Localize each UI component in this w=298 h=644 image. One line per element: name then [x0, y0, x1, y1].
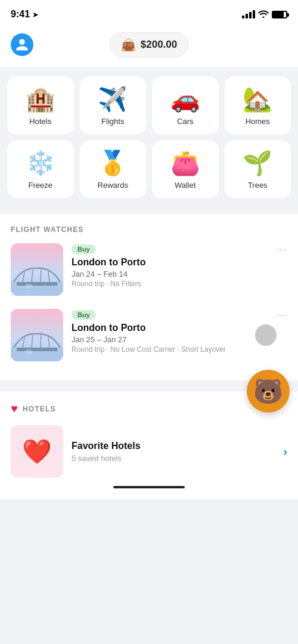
hotel-item[interactable]: ❤️ Favorite Hotels 5 saved hotels ›: [11, 425, 287, 478]
hotel-name: Favorite Hotels: [72, 441, 275, 451]
hotels-label: Hotels: [29, 117, 51, 126]
header: 👜 $200.00: [0, 26, 298, 67]
wifi-icon: [258, 10, 269, 20]
svg-line-9: [32, 335, 33, 348]
svg-line-10: [41, 335, 41, 348]
freeze-icon: ❄️: [26, 151, 55, 175]
rewards-icon: 🥇: [98, 151, 128, 175]
svg-line-1: [23, 272, 24, 282]
flight-thumb-1: [11, 243, 63, 296]
hotel-details: Favorite Hotels 5 saved hotels: [72, 441, 275, 463]
wallet-emoji-icon: 👜: [121, 38, 136, 52]
svg-line-8: [23, 338, 24, 348]
avatar[interactable]: [11, 33, 33, 56]
balance-amount: $200.00: [141, 39, 177, 51]
grid-item-wallet[interactable]: 👛 Wallet: [152, 140, 219, 198]
svg-line-3: [41, 269, 41, 282]
location-icon: ➤: [32, 10, 39, 19]
status-icons: [242, 10, 287, 20]
flights-icon: ✈️: [98, 87, 128, 111]
homes-label: Homes: [246, 117, 270, 126]
battery-icon: [272, 11, 287, 18]
hotel-arrow-button[interactable]: ›: [283, 445, 287, 459]
avatar-overlay: [255, 324, 277, 346]
flight-dates-2: Jan 25 – Jan 27: [72, 335, 268, 344]
flight-type-1: Round trip · No Filters: [72, 280, 268, 288]
grid-item-hotels[interactable]: 🏨 Hotels: [7, 76, 74, 134]
cars-label: Cars: [177, 117, 193, 126]
flight-watches-section: FLIGHT WATCHES Buy London to Porto Jan 2: [0, 213, 298, 380]
heart-icon: ♥: [11, 402, 18, 416]
hotels-icon: 🏨: [26, 87, 55, 111]
grid-item-flights[interactable]: ✈️ Flights: [80, 76, 147, 134]
freeze-label: Freeze: [29, 181, 52, 190]
buy-badge-2: Buy: [72, 310, 96, 320]
flight-route-2: London to Porto: [72, 323, 268, 333]
hotels-header: ♥ HOTELS: [11, 402, 287, 416]
flight-details-2: Buy London to Porto Jan 25 – Jan 27 Roun…: [72, 309, 268, 354]
svg-point-13: [25, 349, 32, 354]
category-grid: 🏨 Hotels ✈️ Flights 🚗 Cars 🏡 Homes ❄️ Fr…: [7, 76, 291, 198]
svg-line-11: [48, 337, 49, 348]
flight-item-2: Buy London to Porto Jan 25 – Jan 27 Roun…: [11, 309, 287, 361]
homes-icon: 🏡: [243, 87, 272, 111]
flights-label: Flights: [101, 117, 124, 126]
more-options-button-1[interactable]: ···: [277, 243, 287, 256]
hotel-heart-icon: ❤️: [22, 438, 52, 466]
flight-item-1: Buy London to Porto Jan 24 – Feb 14 Roun…: [11, 243, 287, 296]
buy-badge-1: Buy: [72, 244, 96, 254]
wallet-balance-button[interactable]: 👜 $200.00: [110, 32, 188, 57]
bottom-bar: [113, 486, 185, 488]
flight-watches-title: FLIGHT WATCHES: [11, 225, 287, 234]
trees-label: Trees: [248, 181, 268, 190]
grid-item-homes[interactable]: 🏡 Homes: [225, 76, 291, 134]
flight-type-2: Round trip · No Low Cost Carrier · Short…: [72, 345, 268, 354]
hotels-title: HOTELS: [23, 405, 56, 413]
signal-icon: [242, 10, 255, 18]
svg-line-4: [48, 271, 49, 282]
more-options-button-2[interactable]: ···: [277, 309, 287, 321]
wallet-icon: 👛: [170, 151, 200, 175]
status-time: 9:41: [11, 9, 30, 20]
hotel-count: 5 saved hotels: [72, 454, 275, 463]
hotels-section: 🐻 ♥ HOTELS ❤️ Favorite Hotels 5 saved ho…: [0, 391, 298, 499]
cars-icon: 🚗: [170, 87, 200, 111]
trees-icon: 🌱: [243, 151, 272, 175]
grid-section: 🏨 Hotels ✈️ Flights 🚗 Cars 🏡 Homes ❄️ Fr…: [0, 67, 298, 203]
grid-item-cars[interactable]: 🚗 Cars: [152, 76, 219, 134]
flight-dates-1: Jan 24 – Feb 14: [72, 270, 268, 278]
grid-item-freeze[interactable]: ❄️ Freeze: [7, 140, 74, 198]
grid-item-rewards[interactable]: 🥇 Rewards: [80, 140, 147, 198]
status-bar: 9:41 ➤: [0, 0, 298, 26]
flight-route-1: London to Porto: [72, 257, 268, 268]
bear-character: 🐻: [247, 370, 290, 413]
flight-details-1: Buy London to Porto Jan 24 – Feb 14 Roun…: [72, 243, 268, 288]
rewards-label: Rewards: [98, 181, 128, 190]
section-divider-1: [0, 203, 298, 213]
hotel-thumb: ❤️: [11, 425, 63, 478]
wallet-label: Wallet: [175, 181, 196, 190]
svg-point-6: [25, 284, 32, 289]
grid-item-trees[interactable]: 🌱 Trees: [225, 140, 291, 198]
svg-rect-12: [17, 348, 57, 351]
svg-line-2: [32, 270, 33, 282]
svg-rect-5: [17, 282, 57, 286]
flight-thumb-2: [11, 309, 63, 361]
